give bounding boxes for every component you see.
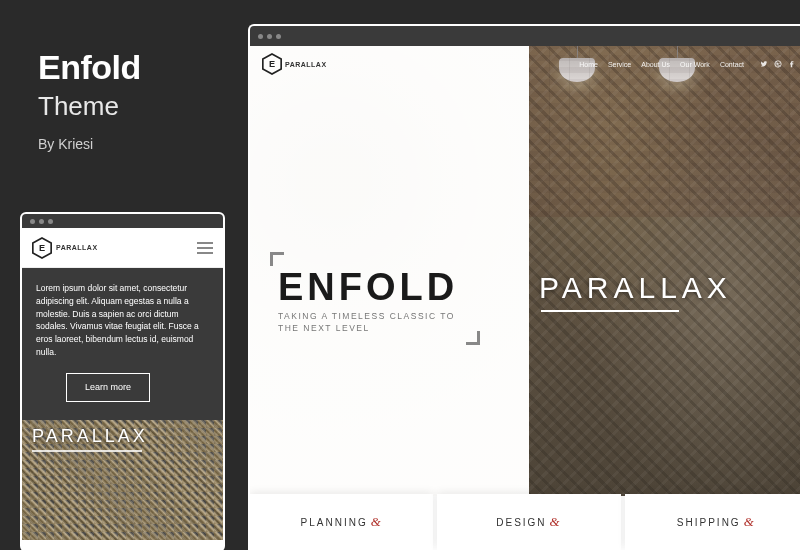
theme-subtitle: Theme — [38, 91, 141, 122]
card-label: PLANNING — [301, 517, 368, 528]
svg-text:E: E — [269, 59, 275, 69]
card-label: DESIGN — [496, 517, 546, 528]
mobile-viewport: E PARALLAX Lorem ipsum dolor sit amet, c… — [22, 228, 223, 550]
hero-tagline-line2: THE NEXT LEVEL — [278, 323, 458, 333]
svg-text:E: E — [39, 243, 45, 253]
nav-home[interactable]: Home — [579, 61, 598, 68]
traffic-light-dot — [48, 219, 53, 224]
mobile-logo-text: PARALLAX — [56, 244, 98, 251]
desktop-nav: E PARALLAX Home Service About Us Our Wor… — [250, 46, 800, 82]
ampersand-icon: & — [371, 514, 383, 530]
feature-card-design[interactable]: DESIGN & — [437, 494, 620, 550]
feature-card-shipping[interactable]: SHIPPING & — [625, 494, 800, 550]
mobile-logo[interactable]: E PARALLAX — [32, 237, 98, 259]
traffic-light-dot — [258, 34, 263, 39]
twitter-icon[interactable] — [760, 60, 768, 68]
mobile-preview: E PARALLAX Lorem ipsum dolor sit amet, c… — [20, 212, 225, 550]
ampersand-icon: & — [744, 514, 756, 530]
desktop-menu: Home Service About Us Our Work Contact — [579, 60, 796, 68]
mobile-header: E PARALLAX — [22, 228, 223, 268]
theme-author: By Kriesi — [38, 136, 141, 152]
nav-service[interactable]: Service — [608, 61, 631, 68]
hero-tagline-line1: TAKING A TIMELESS CLASSIC TO — [278, 311, 458, 321]
mobile-hero-text: Lorem ipsum dolor sit amet, consectetur … — [36, 282, 209, 359]
mobile-hero-panel: Lorem ipsum dolor sit amet, consectetur … — [22, 268, 223, 420]
corner-decoration-icon — [466, 331, 480, 345]
desktop-viewport: E PARALLAX Home Service About Us Our Wor… — [250, 46, 800, 550]
nav-contact[interactable]: Contact — [720, 61, 744, 68]
feature-cards-row: PLANNING & DESIGN & SHIPPING & — [250, 494, 800, 550]
traffic-light-dot — [276, 34, 281, 39]
desktop-logo-text: PARALLAX — [285, 61, 327, 68]
facebook-icon[interactable] — [788, 60, 796, 68]
desktop-logo[interactable]: E PARALLAX — [262, 53, 327, 75]
nav-about[interactable]: About Us — [641, 61, 670, 68]
hamburger-menu-icon[interactable] — [197, 242, 213, 254]
social-icons — [760, 60, 796, 68]
hexagon-logo-icon: E — [262, 53, 282, 75]
traffic-light-dot — [39, 219, 44, 224]
ampersand-icon: & — [550, 514, 562, 530]
traffic-light-dot — [30, 219, 35, 224]
hero-title: ENFOLD — [278, 266, 458, 309]
dribbble-icon[interactable] — [774, 60, 782, 68]
desktop-chrome-bar — [250, 26, 800, 46]
desktop-hero: E PARALLAX Home Service About Us Our Wor… — [250, 46, 800, 496]
underline-decoration — [541, 310, 679, 312]
card-label: SHIPPING — [677, 517, 741, 528]
theme-title: Enfold — [38, 48, 141, 87]
mobile-parallax-label: PARALLAX — [32, 426, 148, 447]
mobile-parallax-section: PARALLAX — [22, 420, 223, 540]
corner-decoration-icon — [270, 252, 284, 266]
hero-title-block: ENFOLD TAKING A TIMELESS CLASSIC TO THE … — [278, 266, 458, 333]
desktop-preview: E PARALLAX Home Service About Us Our Wor… — [248, 24, 800, 550]
underline-decoration — [32, 450, 142, 452]
theme-info: Enfold Theme By Kriesi — [38, 48, 141, 152]
learn-more-button[interactable]: Learn more — [66, 373, 150, 403]
traffic-light-dot — [267, 34, 272, 39]
nav-work[interactable]: Our Work — [680, 61, 710, 68]
hexagon-logo-icon: E — [32, 237, 52, 259]
hero-parallax-label: PARALLAX — [539, 271, 732, 305]
feature-card-planning[interactable]: PLANNING & — [250, 494, 433, 550]
mobile-chrome-bar — [22, 214, 223, 228]
